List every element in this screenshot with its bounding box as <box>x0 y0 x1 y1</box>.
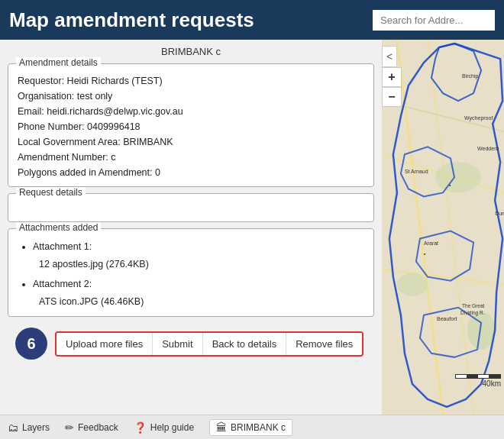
attachment-2-item: Attachment 2: ATS icon.JPG (46.46KB) <box>33 276 364 310</box>
map-toggle-button[interactable]: < <box>382 46 397 67</box>
footer-brimbank-label: BRIMBANK c <box>231 422 286 433</box>
svg-text:St Arnaud: St Arnaud <box>405 169 428 174</box>
lga-line: Local Government Area: BRIMBANK <box>18 134 364 150</box>
footer-layers[interactable]: 🗂 Layers <box>8 421 50 434</box>
scale-seg-4 <box>489 375 500 378</box>
submit-button[interactable]: Submit <box>153 333 202 355</box>
amendment-number-line: Amendment Number: c <box>18 150 364 165</box>
svg-text:Wycheproof: Wycheproof <box>464 115 493 121</box>
upload-more-button[interactable]: Upload more files <box>57 333 153 355</box>
svg-point-6 <box>435 162 481 192</box>
svg-text:Dividing R.: Dividing R. <box>460 310 485 316</box>
zoom-out-button[interactable]: − <box>382 87 402 107</box>
polygons-line: Polygons added in Amendment: 0 <box>18 165 364 180</box>
step-circle: 6 <box>15 328 47 360</box>
scale-seg-3 <box>478 375 489 378</box>
brimbank-icon: 🏛 <box>216 421 227 434</box>
attachments-box: Attachments added Attachment 1: 12 apost… <box>8 228 374 317</box>
svg-text:Dum: Dum <box>495 211 504 216</box>
amendment-details-legend: Amendment details <box>16 57 101 68</box>
layers-icon: 🗂 <box>8 421 18 434</box>
panel-subtitle: BRIMBANK c <box>8 46 374 57</box>
footer-feedback[interactable]: ✏ Feedback <box>65 421 118 434</box>
footer-brimbank[interactable]: 🏛 BRIMBANK c <box>209 419 292 436</box>
back-to-details-button[interactable]: Back to details <box>203 333 287 355</box>
svg-text:Birchip: Birchip <box>462 73 479 79</box>
attachments-list: Attachment 1: 12 apostles.jpg (276.4KB) … <box>18 235 364 310</box>
email-line: Email: heidi.richards@delwp.vic.gov.au <box>18 104 364 119</box>
requestor-line: Requestor: Heidi Richards (TEST) <box>18 73 364 89</box>
search-input[interactable] <box>373 10 495 31</box>
footer-feedback-label: Feedback <box>78 422 118 433</box>
attachment-1-filename: 12 apostles.jpg (276.4KB) <box>33 256 364 273</box>
remove-files-button[interactable]: Remove files <box>286 333 362 355</box>
svg-text:The Great: The Great <box>462 303 484 308</box>
map-container: < + − <box>382 40 504 415</box>
zoom-in-button[interactable]: + <box>382 67 402 87</box>
attachment-2-label: Attachment 2: <box>33 279 92 289</box>
map-scale: 40km <box>455 374 501 388</box>
attachments-legend: Attachments added <box>16 222 101 233</box>
map-zoom-controls: + − <box>382 67 402 107</box>
action-buttons-group: Upload more files Submit Back to details… <box>55 331 363 357</box>
request-details-box: Request details <box>8 193 374 222</box>
amendment-details-content: Requestor: Heidi Richards (TEST) Organis… <box>18 70 364 180</box>
amendment-details-box: Amendment details Requestor: Heidi Richa… <box>8 63 374 187</box>
svg-point-7 <box>397 273 428 296</box>
app-footer: 🗂 Layers ✏ Feedback ❓ Help guide 🏛 BRIMB… <box>0 415 504 439</box>
left-panel: BRIMBANK c Amendment details Requestor: … <box>0 40 382 415</box>
main-layout: BRIMBANK c Amendment details Requestor: … <box>0 40 504 415</box>
scale-bar <box>455 374 501 379</box>
scale-label: 40km <box>483 379 501 388</box>
help-icon: ❓ <box>134 421 147 434</box>
action-bar: 6 Upload more files Submit Back to detai… <box>8 323 374 364</box>
svg-text:Ararat: Ararat <box>424 240 438 246</box>
map-panel: < + − <box>382 40 504 415</box>
page-title: Map amendment requests <box>9 8 254 32</box>
footer-help[interactable]: ❓ Help guide <box>134 421 194 434</box>
attachment-2-filename: ATS icon.JPG (46.46KB) <box>33 293 364 311</box>
attachment-1-item: Attachment 1: 12 apostles.jpg (276.4KB) <box>33 238 364 273</box>
svg-text:Wedderb: Wedderb <box>477 146 499 151</box>
footer-help-label: Help guide <box>150 422 194 433</box>
phone-line: Phone Number: 0409996418 <box>18 119 364 134</box>
request-details-legend: Request details <box>16 187 86 198</box>
feedback-icon: ✏ <box>65 421 74 434</box>
attachment-1-label: Attachment 1: <box>33 241 92 252</box>
svg-text:Beaufort: Beaufort <box>437 316 457 321</box>
scale-seg-1 <box>456 375 467 378</box>
scale-seg-2 <box>467 375 478 378</box>
app-header: Map amendment requests <box>0 0 504 40</box>
footer-layers-label: Layers <box>22 422 50 433</box>
organisation-line: Organisation: test only <box>18 89 364 104</box>
